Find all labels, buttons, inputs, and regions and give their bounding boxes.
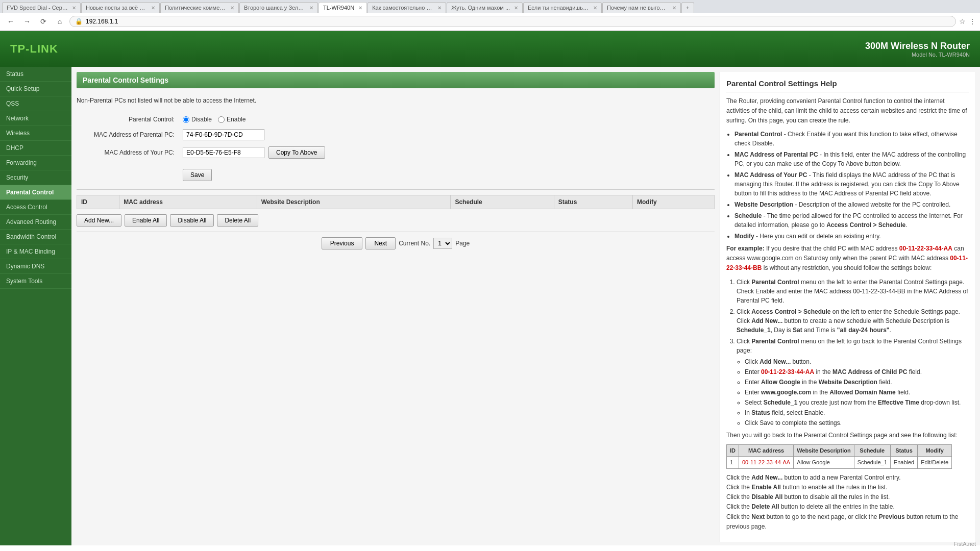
sidebar-item-qss[interactable]: QSS [0,96,71,111]
tab-label: Как самостоятельно н... [372,5,433,11]
parental-control-label: Parental Control: [77,113,179,126]
tab-close-icon[interactable]: ✕ [672,5,676,11]
page-select[interactable]: 1 [433,238,452,249]
mac-parental-cell [179,126,715,143]
ex-col-status: Status [890,444,917,457]
menu-icon[interactable]: ⋮ [969,17,976,26]
bookmark-icon[interactable]: ☆ [959,17,966,26]
disable-all-button[interactable]: Disable All [170,214,214,227]
mac-parental-input[interactable] [183,129,264,140]
browser-tab[interactable]: TL-WR940N✕ [318,2,367,13]
sidebar-item-quick-setup[interactable]: Quick Setup [0,82,71,96]
footer-note-2: Click the Enable All button to enable al… [726,483,969,492]
sidebar-item-forwarding[interactable]: Forwarding [0,156,71,170]
previous-button[interactable]: Previous [322,237,363,249]
browser-tab[interactable]: Как самостоятельно н...✕ [368,2,446,13]
col-mac: MAC address [119,195,257,209]
help-step-3-items: Click Add New... button. Enter 00-11-22-… [745,357,969,428]
tab-close-icon[interactable]: ✕ [593,5,597,11]
section-title: Parental Control Settings [77,72,715,88]
next-button[interactable]: Next [365,237,396,249]
sidebar-item-ip-mac-binding[interactable]: IP & MAC Binding [0,244,71,259]
browser-tab[interactable]: Жуть. Одним махом ...✕ [447,2,523,13]
browser-tab[interactable]: FVD Speed Dial - Серви...✕ [2,2,81,13]
table-actions: Add New... Enable All Disable All Delete… [77,214,715,227]
browser-tab[interactable]: Политические коммен...✕ [160,2,239,13]
sidebar-item-parental-control[interactable]: Parental Control [0,185,71,200]
ex-id: 1 [727,457,739,469]
browser-tab[interactable]: Второго шанса у Зеле...✕ [239,2,318,13]
disable-radio-label[interactable]: Disable [183,116,212,123]
col-id: ID [77,195,119,209]
step3-item-5: Select Schedule_1 you create just now fr… [745,398,969,407]
save-row: Save [77,162,715,184]
step3-item-7: Click Save to complete the settings. [745,418,969,428]
help-step-3: Click Parental Control menu on the left … [737,337,969,428]
mac-your-cell: Copy To Above [179,143,715,162]
tab-close-icon[interactable]: ✕ [151,5,155,11]
current-no-label: Current No. [399,240,430,247]
ex-modify: Edit/Delete [918,457,952,469]
sidebar-item-advanced-routing[interactable]: Advanced Routing [0,215,71,230]
help-items-list: Parental Control - Check Enable if you w… [734,130,969,241]
tab-label: FVD Speed Dial - Серви... [7,5,68,11]
reload-button[interactable]: ⟳ [37,15,50,28]
tab-close-icon[interactable]: ✕ [309,5,313,11]
parental-control-table: ID MAC address Website Description Sched… [77,195,715,209]
sidebar-item-wireless[interactable]: Wireless [0,126,71,141]
footer-note-5: Click the Next button to go to the next … [726,512,969,532]
sidebar-item-access-control[interactable]: Access Control [0,200,71,215]
copy-to-above-button[interactable]: Copy To Above [268,146,325,159]
tab-close-icon[interactable]: ✕ [437,5,442,11]
enable-all-button[interactable]: Enable All [125,214,167,227]
new-tab-button[interactable]: + [681,2,694,13]
sidebar-item-dynamic-dns[interactable]: Dynamic DNS [0,259,71,274]
mac-your-input[interactable] [183,147,264,158]
footer-note-3: Click the Disable All button to disable … [726,492,969,502]
browser-tabs: FVD Speed Dial - Серви...✕Новые посты за… [0,0,980,13]
step3-item-2: Enter 00-11-22-33-44-AA in the MAC Addre… [745,367,969,377]
separator [77,189,715,190]
sidebar-item-security[interactable]: Security [0,170,71,185]
browser-tab[interactable]: Новые посты за всё вр...✕ [81,2,160,13]
home-button[interactable]: ⌂ [53,15,66,28]
help-item-schedule: Schedule - The time period allowed for t… [734,211,969,230]
sidebar-item-bandwidth-control[interactable]: Bandwidth Control [0,230,71,244]
browser-tab[interactable]: Почему нам не выгодн...✕ [602,2,681,13]
tab-close-icon[interactable]: ✕ [358,5,362,11]
main-panel: Parental Control Settings Non-Parental P… [77,72,720,542]
page-content: Parental Control Settings Non-Parental P… [71,67,980,545]
disable-radio[interactable] [183,116,189,123]
delete-all-button[interactable]: Delete All [217,214,258,227]
sidebar-item-status[interactable]: Status [0,67,71,82]
enable-radio-label[interactable]: Enable [218,116,246,123]
browser-chrome: FVD Speed Dial - Серви...✕Новые посты за… [0,0,980,31]
sidebar-item-network[interactable]: Network [0,111,71,126]
ex-status: Enabled [890,457,917,469]
forward-button[interactable]: → [20,15,34,28]
parental-control-radio-group: Disable Enable [183,116,710,123]
address-input[interactable] [86,18,950,25]
enable-radio[interactable] [218,116,225,123]
add-new-button[interactable]: Add New... [77,214,121,227]
table-header-row: ID MAC address Website Description Sched… [77,195,715,209]
help-steps: Click Parental Control menu on the left … [737,278,969,428]
browser-toolbar: ← → ⟳ ⌂ 🔒 ☆ ⋮ [0,13,980,31]
tab-close-icon[interactable]: ✕ [514,5,518,11]
ex-col-mac: MAC address [739,444,794,457]
save-button[interactable]: Save [183,169,212,181]
back-button[interactable]: ← [4,15,17,28]
help-step-2: Click Access Control > Schedule on the l… [737,307,969,335]
page-label: Page [455,240,470,247]
tab-close-icon[interactable]: ✕ [72,5,76,11]
sidebar-item-dhcp[interactable]: DHCP [0,141,71,156]
sidebar-item-system-tools[interactable]: System Tools [0,274,71,289]
tab-close-icon[interactable]: ✕ [230,5,234,11]
help-item-mac-parental: MAC Address of Parental PC - In this fie… [734,150,969,168]
ex-col-id: ID [727,444,739,457]
browser-tab[interactable]: Если ты ненавидишь ...✕ [523,2,602,13]
plus-icon: + [686,5,689,11]
parental-control-form: Parental Control: Disable Ena [77,113,715,184]
ex-col-schedule: Schedule [854,444,890,457]
separator2 [77,232,715,232]
